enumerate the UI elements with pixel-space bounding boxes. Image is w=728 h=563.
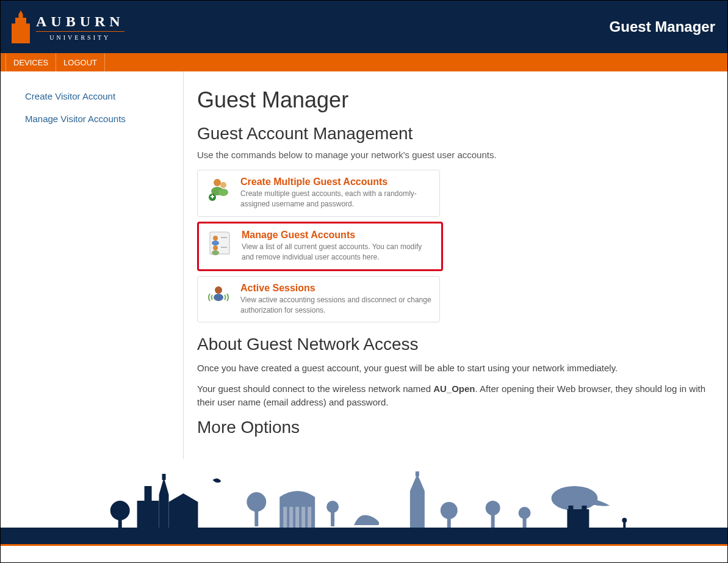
svg-rect-12 (221, 247, 227, 248)
card-desc: Create multiple guest accounts, each wit… (240, 189, 432, 210)
svg-point-0 (214, 179, 221, 186)
svg-rect-25 (410, 491, 425, 528)
svg-rect-16 (254, 508, 258, 526)
svg-rect-43 (623, 520, 625, 528)
svg-point-13 (215, 286, 222, 294)
users-plus-icon (205, 176, 232, 203)
about-p1: Once you have created a guest account, y… (197, 361, 714, 375)
svg-point-9 (213, 245, 218, 250)
svg-point-7 (213, 236, 218, 241)
action-cards: Create Multiple Guest Accounts Create mu… (197, 170, 714, 322)
svg-rect-24 (308, 507, 311, 528)
main-content: Guest Manager Guest Account Management U… (184, 71, 727, 459)
svg-rect-41 (582, 506, 586, 509)
brand-sub: UNIVERSITY (36, 34, 124, 41)
svg-point-3 (218, 189, 228, 196)
svg-rect-38 (162, 474, 166, 480)
svg-rect-6 (212, 195, 213, 198)
sidebar-link-manage-visitors[interactable]: Manage Visitor Accounts (13, 112, 171, 125)
card-create-multiple-guests[interactable]: Create Multiple Guest Accounts Create mu… (197, 170, 440, 217)
svg-rect-39 (567, 509, 589, 528)
body: Create Visitor Account Manage Visitor Ac… (1, 71, 727, 459)
svg-rect-23 (301, 507, 305, 528)
svg-rect-11 (221, 237, 227, 238)
section1-lead: Use the commands below to manage your ne… (197, 150, 714, 160)
card-active-sessions[interactable]: Active Sessions View active accounting s… (197, 276, 440, 323)
svg-rect-32 (523, 517, 527, 528)
nav-logout[interactable]: LOGOUT (56, 53, 105, 71)
card-manage-guest-accounts[interactable]: Manage Guest Accounts View a list of all… (197, 222, 443, 271)
section-more-options: More Options (197, 418, 714, 437)
footer-info: Auburn University | Auburn, Alabama 3684… (1, 546, 727, 563)
svg-point-8 (212, 241, 219, 245)
brand-name: AUBURN (36, 13, 124, 32)
svg-rect-28 (447, 515, 451, 528)
svg-point-10 (212, 250, 219, 255)
nav-bar: DEVICES LOGOUT (1, 53, 727, 71)
card-title: Create Multiple Guest Accounts (240, 176, 432, 187)
sidebar-link-create-visitor[interactable]: Create Visitor Account (13, 90, 171, 103)
svg-rect-18 (331, 511, 334, 526)
svg-rect-40 (568, 506, 573, 509)
app-title: Guest Manager (610, 18, 715, 35)
list-users-icon (206, 230, 233, 256)
svg-rect-37 (159, 495, 169, 528)
footer-bar (1, 528, 727, 546)
card-desc: View active accounting sessions and disc… (240, 295, 432, 316)
nav-devices[interactable]: DEVICES (5, 53, 56, 71)
svg-rect-20 (283, 507, 287, 528)
about-p2a: Your guest should connect to the wireles… (197, 383, 433, 394)
about-network-name: AU_Open (433, 383, 475, 394)
card-title: Manage Guest Accounts (242, 230, 434, 241)
header: AUBURN UNIVERSITY Guest Manager (1, 1, 727, 53)
section-about-guest-network: About Guest Network Access (197, 335, 714, 354)
card-title: Active Sessions (240, 283, 432, 294)
svg-rect-22 (295, 507, 299, 528)
svg-point-14 (214, 294, 223, 301)
tower-icon (12, 10, 30, 43)
skyline-decoration (1, 459, 727, 528)
svg-point-2 (220, 182, 226, 188)
sidebar: Create Visitor Account Manage Visitor Ac… (1, 71, 184, 459)
about-p2: Your guest should connect to the wireles… (197, 382, 714, 409)
brand-logo: AUBURN UNIVERSITY (12, 10, 124, 43)
svg-rect-30 (491, 513, 495, 528)
svg-rect-26 (416, 471, 419, 476)
svg-rect-21 (289, 507, 293, 528)
card-desc: View a list of all current guest account… (242, 242, 434, 263)
page-title: Guest Manager (197, 87, 714, 113)
section-guest-account-mgmt: Guest Account Management (197, 124, 714, 143)
svg-rect-36 (118, 517, 122, 528)
session-icon (205, 283, 232, 310)
